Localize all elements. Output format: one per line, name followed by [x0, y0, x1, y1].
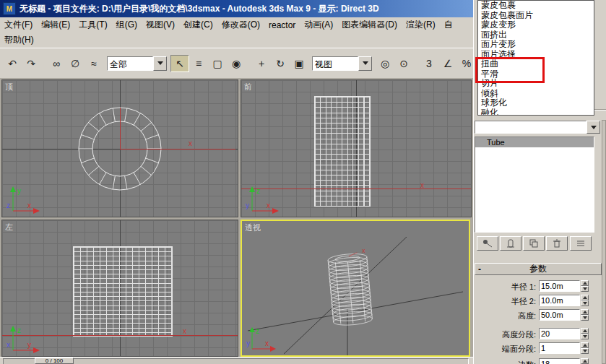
modifier-item[interactable]: 面挤出: [478, 30, 594, 40]
modifier-item[interactable]: 蒙皮变形: [478, 20, 594, 30]
height-segments-spinner[interactable]: [581, 328, 589, 339]
configure-modifier-sets-button[interactable]: [570, 236, 592, 251]
radius2-spinner[interactable]: [581, 295, 589, 306]
viewport-front[interactable]: x z x y 前: [241, 79, 472, 217]
svg-text:y: y: [27, 341, 31, 349]
height-segments-field[interactable]: 20: [539, 328, 580, 339]
select-and-manipulate-icon[interactable]: ⊙: [394, 55, 413, 72]
radius2-field[interactable]: 10.0m: [539, 295, 580, 306]
modifier-item[interactable]: 倾斜: [478, 89, 594, 99]
spinner-down-icon[interactable]: [581, 348, 589, 354]
chevron-down-icon[interactable]: [358, 56, 372, 71]
select-by-name-icon[interactable]: ≡: [189, 55, 208, 72]
menu-animation[interactable]: 动画(A): [300, 17, 337, 32]
snap-toggle-icon[interactable]: 3: [420, 55, 438, 72]
menu-create[interactable]: 创建(C): [179, 17, 217, 32]
menu-views[interactable]: 视图(V): [142, 17, 179, 32]
command-panel: 蒙皮包裹 蒙皮包裹面片 蒙皮变形 面挤出 面片变形 面片选择 扭曲 平滑 切片 …: [473, 0, 606, 364]
menu-customize[interactable]: 自: [440, 17, 457, 32]
modifier-item[interactable]: 球形化: [478, 98, 594, 108]
make-unique-button[interactable]: [523, 236, 545, 251]
trash-icon: [551, 239, 563, 248]
menu-modifiers[interactable]: 修改器(O): [217, 17, 264, 32]
select-object-icon[interactable]: ↖: [170, 55, 189, 72]
svg-text:x: x: [265, 339, 269, 347]
svg-text:x: x: [27, 202, 31, 209]
menu-bar-row1: 文件(F) 编辑(E) 工具(T) 组(G) 视图(V) 创建(C) 修改器(O…: [0, 17, 473, 32]
select-and-scale-icon[interactable]: ▣: [290, 55, 308, 72]
select-and-rotate-icon[interactable]: ↻: [271, 55, 290, 72]
menu-graph-editors[interactable]: 图表编辑器(D): [337, 17, 402, 32]
angle-snap-icon[interactable]: ∠: [438, 55, 457, 72]
height-field[interactable]: 50.0m: [539, 309, 580, 321]
spinner-down-icon[interactable]: [581, 300, 589, 306]
radius1-field[interactable]: 15.0m: [539, 280, 580, 292]
menu-reactor[interactable]: reactor: [264, 19, 300, 32]
viewport-label[interactable]: 前: [244, 82, 252, 92]
spinner-up-icon[interactable]: [581, 295, 589, 300]
menu-rendering[interactable]: 渲染(R): [402, 17, 440, 32]
select-and-link-icon[interactable]: ∞: [47, 55, 66, 72]
stack-item-tube[interactable]: Tube: [475, 137, 594, 147]
app-icon: M: [3, 2, 16, 15]
sides-field[interactable]: 18: [539, 358, 580, 364]
menu-help[interactable]: 帮助(H): [0, 32, 38, 48]
3dsmax-window: M 无标题 - 项目文件夹: D:\用户目录\我的文档\3dsmax - Aut…: [0, 0, 606, 364]
chevron-down-icon[interactable]: [586, 121, 600, 134]
select-and-move-icon[interactable]: +: [252, 55, 271, 72]
modifier-list-combobox[interactable]: [475, 121, 600, 134]
spinner-up-icon[interactable]: [581, 280, 589, 286]
param-row-sides: 边数: 18: [474, 358, 606, 364]
menu-file[interactable]: 文件(F): [0, 17, 37, 32]
menu-edit[interactable]: 编辑(E): [37, 17, 74, 32]
percent-snap-icon[interactable]: %: [457, 55, 473, 72]
spinner-up-icon[interactable]: [581, 309, 589, 315]
selection-filter-value: 全部: [107, 56, 153, 71]
remove-modifier-button[interactable]: [546, 236, 568, 251]
unlink-selection-icon[interactable]: ∅: [66, 55, 85, 72]
modifier-item[interactable]: 融化: [478, 108, 594, 116]
cap-segments-field[interactable]: 1: [539, 342, 580, 354]
parameters-rollout-header[interactable]: - 参数: [475, 263, 602, 275]
spinner-up-icon[interactable]: [581, 328, 589, 334]
rectangular-selection-icon[interactable]: ▢: [208, 55, 227, 72]
viewport-label[interactable]: 透视: [245, 222, 261, 233]
selection-filter-dropdown[interactable]: 全部: [107, 56, 167, 71]
spinner-down-icon[interactable]: [581, 334, 589, 339]
spinner-up-icon[interactable]: [581, 342, 589, 348]
height-spinner[interactable]: [581, 309, 589, 321]
use-pivot-center-icon[interactable]: ◎: [376, 55, 394, 72]
time-slider-thumb[interactable]: 0 / 100: [35, 358, 74, 364]
viewport-area: x y x z 顶 x z: [0, 78, 473, 357]
window-crossing-icon[interactable]: ◉: [227, 55, 246, 72]
time-slider: 0 / 100: [0, 357, 473, 364]
tube-front-wireframe: [314, 96, 371, 207]
viewport-perspective[interactable]: x z x y 透视: [241, 220, 470, 357]
modifier-item[interactable]: 蒙皮包裹面片: [478, 11, 594, 21]
viewport-top[interactable]: x y x z 顶: [1, 79, 238, 217]
chevron-down-icon[interactable]: [153, 56, 167, 71]
modifier-item[interactable]: 面片变形: [478, 40, 594, 50]
modifier-item[interactable]: 蒙皮包裹: [478, 1, 594, 11]
spinner-down-icon[interactable]: [581, 286, 589, 292]
menu-group[interactable]: 组(G): [112, 17, 142, 32]
pin-stack-button[interactable]: [477, 236, 498, 251]
panel-scrollbar[interactable]: [602, 120, 606, 364]
menu-tools[interactable]: 工具(T): [74, 17, 111, 32]
viewport-label[interactable]: 左: [5, 222, 13, 233]
collapse-icon[interactable]: -: [478, 264, 481, 275]
param-label: 端面分段:: [474, 344, 536, 355]
sides-spinner[interactable]: [581, 358, 589, 364]
show-end-result-button[interactable]: [500, 236, 521, 251]
rollout-title: 参数: [529, 264, 547, 274]
undo-icon[interactable]: ↶: [3, 55, 22, 72]
spinner-up-icon[interactable]: [581, 358, 589, 364]
viewport-label[interactable]: 顶: [5, 82, 13, 92]
cap-segments-spinner[interactable]: [581, 342, 589, 354]
reference-coord-dropdown[interactable]: 视图: [312, 56, 372, 71]
viewport-left[interactable]: x z y x 左: [1, 220, 238, 357]
radius1-spinner[interactable]: [581, 280, 589, 292]
spinner-down-icon[interactable]: [581, 315, 589, 321]
bind-to-space-warp-icon[interactable]: ≈: [85, 55, 103, 72]
redo-icon[interactable]: ↷: [22, 55, 40, 72]
